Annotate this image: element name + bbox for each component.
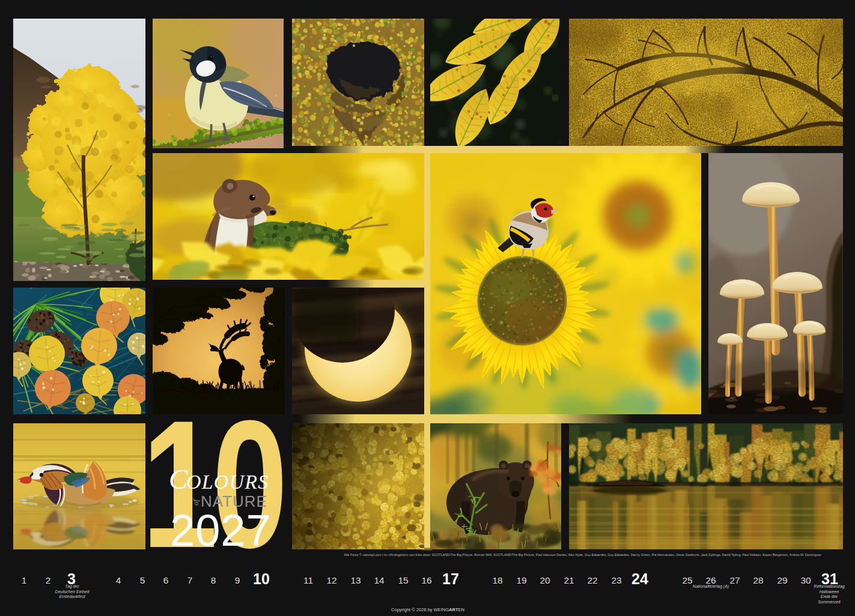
svg-text:of: of — [191, 498, 200, 506]
svg-text:2027: 2027 — [170, 506, 272, 555]
svg-text:Copyright © 2026 by WEINGARTEN: Copyright © 2026 by WEINGARTEN — [391, 607, 464, 612]
svg-text:OLOURS: OLOURS — [186, 471, 269, 493]
svg-text:Alle Fotos © naturepl.com | Im: Alle Fotos © naturepl.com | Im Uhrzeiger… — [344, 553, 821, 557]
svg-text:C: C — [169, 464, 188, 495]
